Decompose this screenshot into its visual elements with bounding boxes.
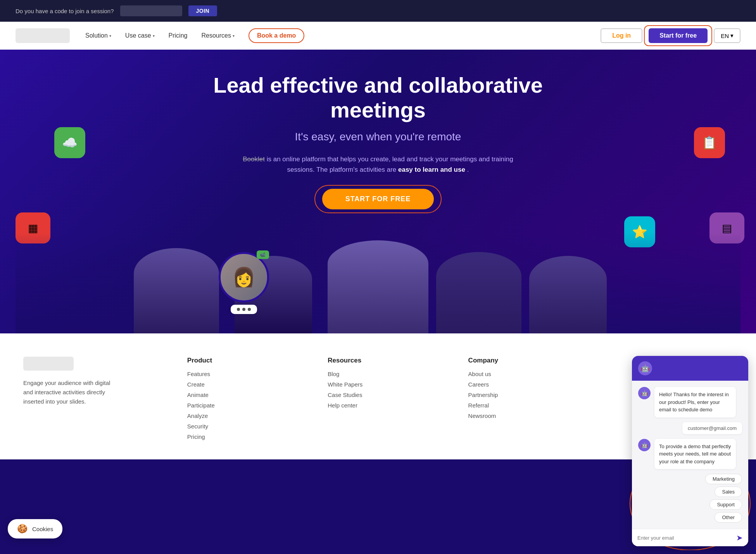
chat-bubble-1: Hello! Thanks for the interest in our pr…: [654, 387, 736, 418]
cookies-bar[interactable]: 🍪 Cookies: [8, 519, 62, 538]
chat-input-row: ➤: [632, 529, 748, 546]
navbar: Solution ▾ Use case ▾ Pricing Resources …: [0, 22, 756, 50]
footer-referral-link[interactable]: Referral: [468, 402, 585, 409]
start-free-wrapper: Start for free: [649, 28, 708, 43]
footer-participate-link[interactable]: Participate: [187, 402, 304, 409]
footer-casestudies-link[interactable]: Case Studies: [328, 392, 445, 398]
chat-bubble-2: To provide a demo that perfectly meets y…: [654, 439, 736, 469]
chat-role-sales[interactable]: Sales: [715, 487, 742, 497]
video-call-area: 👩 📹: [219, 252, 269, 314]
book-demo-link[interactable]: Book a demo: [249, 28, 304, 43]
chat-role-support[interactable]: Support: [709, 499, 742, 510]
join-button[interactable]: JOIN: [188, 5, 217, 16]
person-3: [328, 240, 428, 333]
footer-newsroom-link[interactable]: Newsroom: [468, 412, 585, 419]
hero-desc: Booklet is an online platform that helps…: [238, 154, 518, 175]
footer-helpcenter-link[interactable]: Help center: [328, 402, 445, 409]
resources-nav-link[interactable]: Resources ▾: [201, 32, 234, 39]
people-silhouettes: 👩 📹: [16, 240, 740, 333]
chat-widget: 🤖 🤖 Hello! Thanks for the interest in ou…: [632, 356, 748, 546]
session-code-input[interactable]: [120, 5, 182, 16]
chat-msg-avatar-1: 🤖: [638, 387, 651, 399]
hero-desc-text: is an online platform that helps you cre…: [267, 155, 513, 173]
footer-whitepapers-link[interactable]: White Papers: [328, 381, 445, 388]
chat-header: 🤖: [632, 356, 748, 381]
session-label: Do you have a code to join a session?: [16, 8, 114, 14]
footer-analyze-link[interactable]: Analyze: [187, 412, 304, 419]
chat-message-2: 🤖 To provide a demo that perfectly meets…: [638, 439, 742, 469]
people-area: 👩 📹: [16, 233, 740, 333]
chat-role-buttons: Marketing Sales Support Other: [638, 474, 742, 523]
footer-security-link[interactable]: Security: [187, 423, 304, 430]
cloud-icon: ☁️: [54, 127, 85, 158]
presentation-icon: 📋: [694, 127, 725, 158]
start-free-hero-wrapper: START FOR FREE: [322, 189, 434, 209]
footer-product-title: Product: [187, 357, 304, 364]
language-button[interactable]: EN ▾: [714, 28, 740, 43]
usecase-chevron-icon: ▾: [153, 34, 155, 38]
hero-desc-end: .: [467, 166, 469, 173]
hero-subtitle: It's easy, even when you're remote: [295, 131, 461, 143]
people-gradient: 👩 📹: [16, 233, 740, 333]
footer-partnership-link[interactable]: Partnership: [468, 392, 585, 398]
chat-typing-bubble: [231, 305, 257, 314]
footer-blog-link[interactable]: Blog: [328, 371, 445, 377]
cookies-icon: 🍪: [17, 524, 28, 534]
chat-send-button[interactable]: ➤: [736, 533, 743, 542]
footer-features-link[interactable]: Features: [187, 371, 304, 377]
footer-company-title: Company: [468, 357, 585, 364]
person-4: [436, 252, 521, 333]
typing-dot-3: [248, 308, 251, 311]
footer-company-col: Company About us Careers Partnership Ref…: [468, 357, 585, 444]
video-bubble-container: 👩 📹: [219, 252, 269, 302]
chat-message-1: 🤖 Hello! Thanks for the interest in our …: [638, 387, 742, 418]
solution-nav-link[interactable]: Solution ▾: [85, 32, 111, 39]
brand-name: Booklet: [243, 155, 265, 163]
footer-resources-col: Resources Blog White Papers Case Studies…: [328, 357, 445, 444]
start-free-hero-button[interactable]: START FOR FREE: [322, 189, 434, 209]
nav-actions: Log in Start for free EN ▾: [601, 28, 740, 43]
solution-chevron-icon: ▾: [109, 34, 111, 38]
nav-links: Solution ▾ Use case ▾ Pricing Resources …: [85, 28, 601, 43]
footer-pricing-link[interactable]: Pricing: [187, 433, 304, 440]
typing-dot-1: [237, 308, 240, 311]
footer-resources-title: Resources: [328, 357, 445, 364]
usecase-nav-link[interactable]: Use case ▾: [125, 32, 155, 39]
chat-role-other[interactable]: Other: [715, 512, 742, 523]
footer-careers-link[interactable]: Careers: [468, 381, 585, 388]
footer-animate-link[interactable]: Animate: [187, 392, 304, 398]
footer-create-link[interactable]: Create: [187, 381, 304, 388]
footer-product-col: Product Features Create Animate Particip…: [187, 357, 304, 444]
lang-chevron-icon: ▾: [730, 32, 734, 39]
pricing-nav-link[interactable]: Pricing: [169, 32, 188, 39]
chat-bot-avatar: 🤖: [638, 361, 652, 375]
hero-title: Lead effective and collaborative meeting…: [204, 73, 552, 123]
footer-logo: [23, 357, 74, 371]
chat-email-input[interactable]: [637, 535, 733, 541]
footer-aboutus-link[interactable]: About us: [468, 371, 585, 377]
chat-msg-avatar-2: 🤖: [638, 439, 651, 451]
logo[interactable]: [16, 28, 70, 43]
hero-section: ☁️ 📋 ▦ ⭐ ▤ Lead effective and collaborat…: [0, 50, 756, 333]
video-call-icon: 📹: [257, 250, 269, 259]
chat-email-display: customer@gmail.com: [682, 422, 742, 434]
hero-desc-bold: easy to learn and use: [398, 166, 465, 173]
person-5: [529, 256, 607, 333]
cookies-label: Cookies: [32, 526, 53, 532]
chat-body: 🤖 Hello! Thanks for the interest in our …: [632, 381, 748, 529]
chat-role-marketing[interactable]: Marketing: [705, 474, 742, 484]
login-button[interactable]: Log in: [601, 28, 642, 43]
resources-chevron-icon: ▾: [233, 34, 235, 38]
footer-brand: Engage your audience with digital and in…: [23, 357, 164, 444]
start-free-nav-button[interactable]: Start for free: [649, 28, 708, 43]
person-1: [134, 248, 219, 333]
top-bar: Do you have a code to join a session? JO…: [0, 0, 756, 22]
video-bubble: 👩: [219, 252, 269, 302]
footer-tagline: Engage your audience with digital and in…: [23, 378, 116, 406]
typing-dot-2: [242, 308, 245, 311]
